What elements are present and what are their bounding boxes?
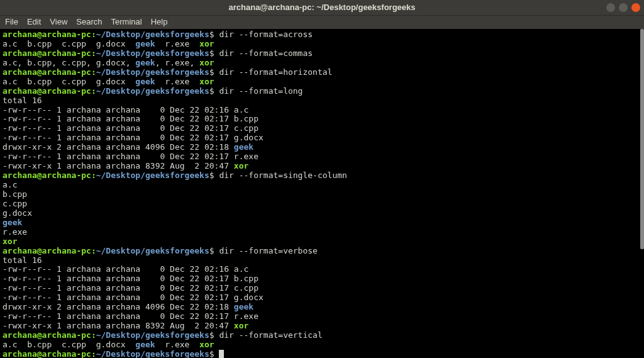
menu-file[interactable]: File <box>5 18 18 27</box>
menu-view[interactable]: View <box>50 18 67 27</box>
output-line: -rwxr-xr-x 1 archana archana 8392 Aug 2 … <box>3 322 641 331</box>
file-name: a.c <box>3 180 17 189</box>
prompt-line: archana@archana-pc:~/Desktop/geeksforgee… <box>3 331 641 340</box>
file-name: b.cpp <box>234 274 258 283</box>
file-name: g.docx <box>3 208 32 218</box>
file-name: c.cpp <box>234 123 258 133</box>
file-name: b.cpp <box>3 189 27 199</box>
file-perms: -rw-r--r-- 1 archana archana 0 Dec 22 02… <box>3 123 234 133</box>
file-perms: -rw-r--r-- 1 archana archana 0 Dec 22 02… <box>3 133 234 142</box>
prompt-user: archana@archana-pc <box>3 30 91 39</box>
output-line: -rw-r--r-- 1 archana archana 0 Dec 22 02… <box>3 124 641 133</box>
output-line: -rw-r--r-- 1 archana archana 0 Dec 22 02… <box>3 106 641 115</box>
file-name: r.exe <box>234 152 258 161</box>
file-perms: drwxr-xr-x 2 archana archana 4096 Dec 22… <box>3 302 234 311</box>
file-perms: -rw-r--r-- 1 archana archana 0 Dec 22 02… <box>3 293 234 302</box>
prompt-line: archana@archana-pc:~/Desktop/geeksforgee… <box>3 87 641 96</box>
output-line: a.c <box>3 181 641 190</box>
command-text: dir --format=horizontal <box>219 67 332 77</box>
prompt-line: archana@archana-pc:~/Desktop/geeksforgee… <box>3 247 641 256</box>
command-text: dir --format=vertical <box>219 330 322 340</box>
close-button[interactable] <box>631 3 640 12</box>
output-line: -rw-r--r-- 1 archana archana 0 Dec 22 02… <box>3 312 641 322</box>
output-line: xor <box>3 237 641 247</box>
command-text: dir --format=long <box>219 86 303 96</box>
file-name: xor <box>3 237 17 246</box>
window-titlebar: archana@archana-pc: ~/Desktop/geeksforge… <box>0 0 644 15</box>
file-name: xor <box>234 321 248 330</box>
menubar: File Edit View Search Terminal Help <box>0 15 644 29</box>
file-name: a.c <box>234 264 248 274</box>
output-line: drwxr-xr-x 2 archana archana 4096 Dec 22… <box>3 143 641 152</box>
minimize-button[interactable] <box>606 3 615 12</box>
output-line: g.docx <box>3 209 641 218</box>
output-line: geek <box>3 218 641 228</box>
output-line: a.c b.cpp c.cpp g.docx geek r.exe xor <box>3 40 641 49</box>
window-controls <box>606 3 640 12</box>
prompt-line: archana@archana-pc:~/Desktop/geeksforgee… <box>3 171 641 181</box>
output-line: total 16 <box>3 256 641 266</box>
menu-terminal[interactable]: Terminal <box>111 18 142 27</box>
scrollbar[interactable] <box>640 29 644 249</box>
output-line: -rw-r--r-- 1 archana archana 0 Dec 22 02… <box>3 293 641 303</box>
file-name: r.exe <box>3 227 27 237</box>
file-name: b.cpp <box>234 114 258 123</box>
output-line: a.c b.cpp c.cpp g.docx geek r.exe xor <box>3 77 641 87</box>
file-perms: -rw-r--r-- 1 archana archana 0 Dec 22 02… <box>3 105 234 115</box>
file-name: g.docx <box>234 293 264 302</box>
command-text: dir --format=across <box>219 30 313 39</box>
output-line: -rw-r--r-- 1 archana archana 0 Dec 22 02… <box>3 152 641 162</box>
output-line: total 16 <box>3 96 641 106</box>
menu-help[interactable]: Help <box>151 18 168 27</box>
file-name: c.cpp <box>234 283 258 293</box>
file-name: a.c <box>234 105 248 115</box>
output-line: r.exe <box>3 228 641 237</box>
prompt-line: archana@archana-pc:~/Desktop/geeksforgee… <box>3 68 641 77</box>
output-line: -rw-r--r-- 1 archana archana 0 Dec 22 02… <box>3 284 641 293</box>
command-text: dir --format=commas <box>219 48 313 58</box>
maximize-button[interactable] <box>619 3 628 12</box>
file-perms: -rw-r--r-- 1 archana archana 0 Dec 22 02… <box>3 283 234 293</box>
file-perms: -rw-r--r-- 1 archana archana 0 Dec 22 02… <box>3 152 234 161</box>
file-perms: -rw-r--r-- 1 archana archana 0 Dec 22 02… <box>3 114 234 123</box>
file-perms: -rwxr-xr-x 1 archana archana 8392 Aug 2 … <box>3 161 234 171</box>
file-name: geek <box>234 302 253 311</box>
prompt-line: archana@archana-pc:~/Desktop/geeksforgee… <box>3 49 641 59</box>
file-perms: -rwxr-xr-x 1 archana archana 8392 Aug 2 … <box>3 321 234 330</box>
output-line: drwxr-xr-x 2 archana archana 4096 Dec 22… <box>3 303 641 312</box>
output-line: a.c b.cpp c.cpp g.docx geek r.exe xor <box>3 340 641 350</box>
file-name: g.docx <box>234 133 264 142</box>
terminal-area[interactable]: archana@archana-pc:~/Desktop/geeksforgee… <box>0 29 644 358</box>
output-line: -rw-r--r-- 1 archana archana 0 Dec 22 02… <box>3 265 641 274</box>
command-text: dir --format=single-column <box>219 171 347 180</box>
window-title: archana@archana-pc: ~/Desktop/geeksforge… <box>229 3 416 13</box>
command-text: dir --format=verbose <box>219 246 318 255</box>
output-line: -rw-r--r-- 1 archana archana 0 Dec 22 02… <box>3 115 641 124</box>
prompt-line: archana@archana-pc:~/Desktop/geeksforgee… <box>3 30 641 40</box>
output-line: a.c, b.cpp, c.cpp, g.docx, geek, r.exe, … <box>3 59 641 68</box>
output-line: -rw-r--r-- 1 archana archana 0 Dec 22 02… <box>3 274 641 284</box>
file-name: xor <box>234 161 248 171</box>
menu-search[interactable]: Search <box>76 18 102 27</box>
output-line: -rw-r--r-- 1 archana archana 0 Dec 22 02… <box>3 133 641 143</box>
file-perms: -rw-r--r-- 1 archana archana 0 Dec 22 02… <box>3 274 234 283</box>
prompt-path: ~/Desktop/geeksforgeeks <box>96 30 209 39</box>
file-perms: -rw-r--r-- 1 archana archana 0 Dec 22 02… <box>3 264 234 274</box>
file-name: c.cpp <box>3 199 27 208</box>
menu-edit[interactable]: Edit <box>27 18 41 27</box>
file-name: r.exe <box>234 311 258 321</box>
file-name: geek <box>234 142 253 152</box>
output-line: c.cpp <box>3 199 641 209</box>
output-line: b.cpp <box>3 190 641 199</box>
file-name: geek <box>3 218 22 227</box>
prompt-line: archana@archana-pc:~/Desktop/geeksforgee… <box>3 350 641 358</box>
file-perms: -rw-r--r-- 1 archana archana 0 Dec 22 02… <box>3 311 234 321</box>
cursor <box>219 350 224 358</box>
output-line: -rwxr-xr-x 1 archana archana 8392 Aug 2 … <box>3 162 641 171</box>
file-perms: drwxr-xr-x 2 archana archana 4096 Dec 22… <box>3 142 234 152</box>
